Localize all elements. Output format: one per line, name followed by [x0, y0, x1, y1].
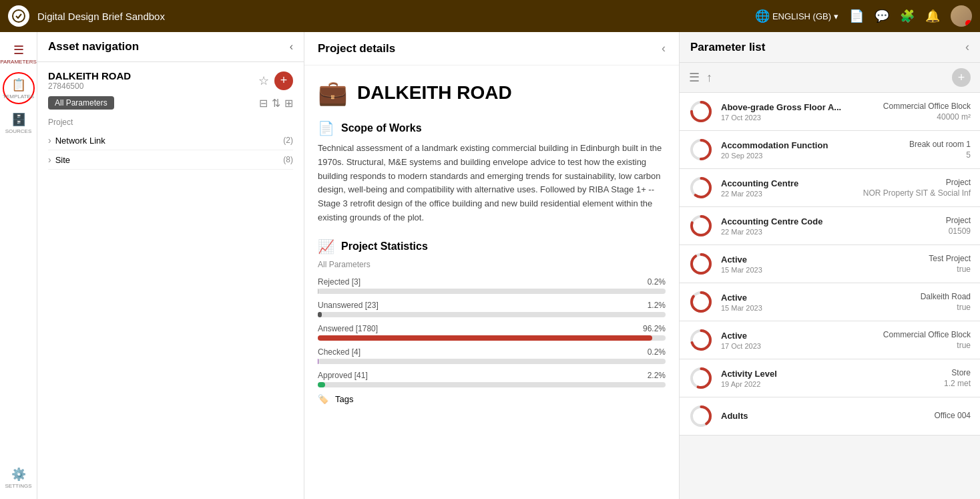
avatar[interactable] — [951, 5, 972, 27]
pl-toolbar: ☰ ↑ + — [680, 63, 980, 93]
stat-bar — [318, 359, 318, 364]
param-info: Above-grade Gross Floor A... 17 Oct 2023 — [721, 102, 883, 122]
project-section-label: Project — [48, 118, 293, 127]
param-category: Test Project — [929, 254, 971, 263]
bell-icon[interactable]: 🔔 — [925, 9, 940, 23]
chat-icon[interactable]: 💬 — [875, 9, 889, 23]
param-donut — [689, 176, 713, 200]
stat-bar-bg — [318, 382, 666, 387]
tree-item-label: Network Link — [55, 136, 284, 146]
param-right: Project 01509 — [946, 216, 971, 236]
param-date: 19 Apr 2022 — [721, 380, 944, 388]
param-right: Commercial Office Block true — [883, 330, 971, 350]
stat-pct: 1.2% — [648, 301, 666, 310]
param-name: Activity Level — [721, 369, 944, 379]
document-icon[interactable]: 📄 — [849, 9, 864, 23]
param-name: Active — [721, 293, 921, 303]
tree-item-label: Site — [55, 155, 284, 165]
collapse-all-icon[interactable]: ⊟ — [259, 97, 268, 110]
param-category: Break out room 1 — [909, 140, 971, 149]
sort-up-icon[interactable]: ↑ — [706, 71, 712, 85]
stat-row: Approved [41] 2.2% — [318, 371, 666, 387]
tree-item[interactable]: ›Site(8) — [48, 150, 293, 170]
param-list-item[interactable]: Accounting Centre 22 Mar 2023 Project NO… — [680, 169, 980, 207]
param-donut — [689, 214, 713, 238]
language-selector[interactable]: 🌐 ENGLISH (GB) ▾ — [755, 9, 838, 23]
filter-settings-icon[interactable]: ⊞ — [284, 97, 293, 110]
translate-icon: 🌐 — [755, 9, 770, 23]
stat-bar-bg — [318, 312, 666, 317]
param-donut — [689, 138, 713, 162]
param-name: Accounting Centre — [721, 178, 863, 188]
param-right: Test Project true — [929, 254, 971, 274]
pl-collapse[interactable]: ‹ — [965, 40, 969, 54]
param-list-item[interactable]: Accounting Centre Code 22 Mar 2023 Proje… — [680, 207, 980, 245]
scope-text: Technical assessment of a landmark exist… — [318, 142, 666, 225]
parameters-label: PARAMETERS — [0, 59, 37, 65]
donut-fill — [692, 293, 710, 311]
topnav-right: 🌐 ENGLISH (GB) ▾ 📄 💬 🧩 🔔 — [755, 5, 972, 27]
param-donut — [689, 290, 713, 314]
add-param-button[interactable]: + — [952, 68, 971, 87]
donut-svg — [689, 366, 713, 390]
param-category: Dalkeith Road — [921, 292, 971, 301]
avatar-badge — [965, 20, 972, 27]
donut-svg — [689, 290, 713, 314]
templates-nav[interactable]: 📋 TEMPLATES — [3, 72, 35, 104]
param-info: Accommodation Function 20 Sep 2023 — [721, 140, 909, 160]
param-info: Adults — [721, 411, 935, 422]
stats-bars: Rejected [3] 0.2% Unanswered [23] 1.2% A… — [318, 277, 666, 387]
param-list-item[interactable]: Active 15 Mar 2023 Test Project true — [680, 245, 980, 283]
param-info: Accounting Centre Code 22 Mar 2023 — [721, 216, 946, 236]
param-date: 15 Mar 2023 — [721, 266, 929, 274]
tree-item[interactable]: ›Network Link(2) — [48, 131, 293, 150]
param-info: Accounting Centre 22 Mar 2023 — [721, 178, 863, 198]
add-button[interactable]: + — [274, 71, 293, 90]
param-value: true — [883, 341, 971, 350]
stat-row: Answered [1780] 96.2% — [318, 324, 666, 341]
param-name: Accounting Centre Code — [721, 216, 946, 226]
icon-sidebar: ☰ PARAMETERS 📋 TEMPLATES 🗄️ SOURCES ⚙️ S… — [0, 32, 37, 499]
stat-bar-bg — [318, 289, 666, 294]
param-list-item[interactable]: Activity Level 19 Apr 2022 Store 1.2 met — [680, 359, 980, 397]
pd-collapse[interactable]: ‹ — [662, 41, 666, 55]
param-list-item[interactable]: Active 17 Oct 2023 Commercial Office Blo… — [680, 321, 980, 359]
param-list-item[interactable]: Above-grade Gross Floor A... 17 Oct 2023… — [680, 93, 980, 131]
settings-label: SETTINGS — [5, 483, 31, 489]
param-category: Commercial Office Block — [883, 102, 971, 111]
all-parameters-filter[interactable]: All Parameters — [48, 96, 114, 110]
parameters-nav[interactable]: ☰ PARAMETERS — [3, 37, 35, 69]
param-value: 1.2 met — [944, 379, 971, 388]
stat-label: Answered [1780] 96.2% — [318, 324, 666, 333]
param-name: Adults — [721, 411, 935, 421]
asset-nav-title: Asset navigation — [48, 40, 284, 53]
param-category: Project — [946, 216, 971, 225]
param-list-item[interactable]: Adults Office 004 — [680, 397, 980, 436]
tags-section: 🏷️ Tags — [318, 394, 666, 404]
asset-nav-collapse[interactable]: ‹ — [290, 41, 293, 53]
chevron-right-icon: › — [48, 154, 51, 165]
tree-item-count: (8) — [283, 155, 293, 164]
param-list-panel: Parameter list ‹ ☰ ↑ + Above-grade Gross… — [680, 32, 980, 499]
puzzle-icon[interactable]: 🧩 — [900, 9, 915, 23]
star-button[interactable]: ☆ — [258, 73, 269, 88]
param-list-item[interactable]: Accommodation Function 20 Sep 2023 Break… — [680, 131, 980, 169]
pd-scroll: 💼 DALKEITH ROAD 📄 Scope of Works Technic… — [304, 65, 679, 418]
param-date: 17 Oct 2023 — [721, 114, 883, 122]
tree-item-count: (2) — [283, 136, 293, 145]
donut-svg — [689, 328, 713, 352]
param-donut — [689, 100, 713, 124]
pd-header: Project details ‹ — [304, 32, 679, 65]
pd-title: Project details — [318, 42, 656, 55]
tree-items: ›Network Link(2)›Site(8) — [48, 131, 293, 170]
filter-row: All Parameters ⊟ ⇅ ⊞ — [48, 96, 293, 110]
settings-nav[interactable]: ⚙️ SETTINGS — [3, 462, 35, 494]
app-logo — [8, 5, 29, 27]
sources-nav[interactable]: 🗄️ SOURCES — [3, 107, 35, 139]
sort-icon[interactable]: ⇅ — [272, 97, 280, 110]
stat-label: Rejected [3] 0.2% — [318, 277, 666, 287]
stat-name: Unanswered [23] — [318, 301, 379, 310]
param-list-item[interactable]: Active 15 Mar 2023 Dalkeith Road true — [680, 283, 980, 321]
filter-icon[interactable]: ☰ — [689, 70, 700, 85]
param-value: 01509 — [946, 226, 971, 236]
